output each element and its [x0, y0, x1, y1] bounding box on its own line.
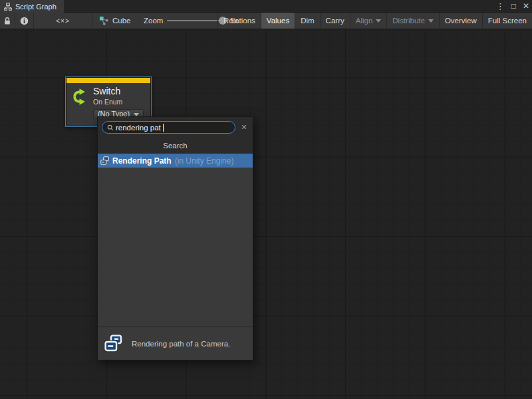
text-caret — [163, 124, 164, 132]
result-description: Rendering path of a Camera. — [132, 340, 230, 348]
node-subtitle: On Enum — [93, 98, 144, 106]
values-button[interactable]: Values — [261, 13, 295, 29]
dim-button[interactable]: Dim — [295, 13, 319, 29]
description-panel: Rendering path of a Camera. — [98, 327, 253, 360]
enum-type-icon-large — [104, 334, 122, 352]
search-input[interactable]: rendering pat — [102, 121, 235, 134]
maximize-icon[interactable]: □ — [511, 0, 516, 13]
full-screen-button[interactable]: Full Screen — [482, 13, 532, 29]
relations-button[interactable]: Relations — [217, 13, 261, 29]
window-controls: ⋮ □ ✕ — [496, 0, 529, 13]
results-list[interactable]: Rendering Path (in Unity Engine) — [98, 154, 253, 327]
inspect-code-button[interactable]: <×> — [34, 13, 92, 29]
distribute-button[interactable]: Distribute — [386, 13, 439, 29]
window-menu-icon[interactable]: ⋮ — [496, 0, 505, 13]
graph-toolbar: <×> Cube Zoom 1x Relations Values — [0, 13, 532, 29]
result-row-rendering-path[interactable]: Rendering Path (in Unity Engine) — [98, 154, 253, 168]
unity-script-graph-window: Script Graph ⋮ □ ✕ — [0, 0, 532, 399]
titlebar: Script Graph ⋮ □ ✕ — [0, 0, 532, 13]
graph-owner-label: Cube — [112, 17, 131, 25]
toolbar-actions: Relations Values Dim Carry Align Distrib… — [217, 13, 532, 29]
tab-script-graph[interactable]: Script Graph — [0, 0, 64, 13]
enum-type-icon — [100, 156, 109, 165]
carry-button[interactable]: Carry — [320, 13, 350, 29]
node-warning-bar — [66, 78, 150, 83]
fuzzy-finder-popup: rendering pat ✕ Search Rendering Path — [97, 116, 253, 360]
close-icon[interactable]: ✕ — [523, 0, 529, 13]
graph-owner-breadcrumb[interactable]: Cube — [92, 13, 138, 29]
chevron-down-icon — [376, 19, 381, 23]
info-icon — [20, 17, 29, 25]
node-title: Switch — [93, 86, 144, 97]
zoom-label: Zoom — [144, 17, 163, 25]
graph-canvas[interactable]: Switch On Enum (No Type) — [0, 29, 532, 399]
result-name: Rendering Path — [112, 156, 172, 166]
results-group-header: Search — [98, 137, 253, 154]
search-query: rendering pat — [116, 124, 161, 132]
clear-search-button[interactable]: ✕ — [239, 121, 249, 134]
info-button[interactable] — [15, 13, 34, 29]
search-icon — [107, 124, 114, 131]
chevron-down-icon — [428, 19, 434, 23]
lock-button[interactable] — [0, 13, 15, 29]
align-button[interactable]: Align — [350, 13, 387, 29]
lock-icon — [3, 17, 11, 25]
finder-header: rendering pat ✕ — [98, 117, 253, 137]
tab-label: Script Graph — [15, 3, 57, 11]
overview-button[interactable]: Overview — [439, 13, 482, 29]
script-graph-icon — [4, 3, 12, 11]
graph-node-icon — [99, 16, 109, 25]
switch-branch-icon — [70, 88, 88, 119]
code-icon: <×> — [56, 17, 70, 25]
result-context: (in Unity Engine) — [175, 156, 234, 166]
